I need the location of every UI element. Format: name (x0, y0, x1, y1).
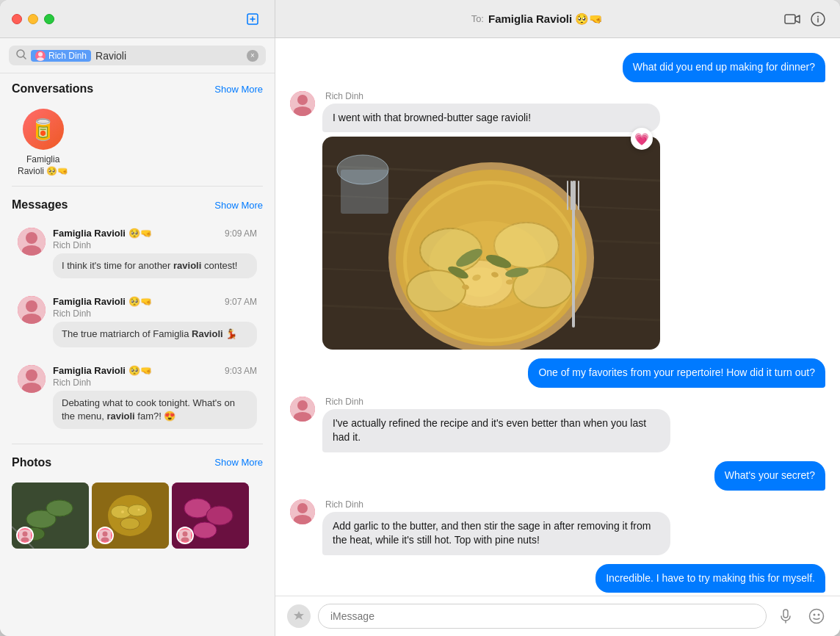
message-sender: Rich Dinh (53, 308, 257, 319)
photo-thumbnail[interactable] (92, 483, 169, 549)
audio-button[interactable] (774, 604, 797, 628)
chat-bubble: I went with that browned-butter sage rav… (322, 104, 660, 133)
chat-bubble-wrapper: Rich Dinh I've actually refined the reci… (322, 397, 670, 452)
chat-message-outgoing: Incredible. I have to try making this fo… (290, 564, 825, 593)
chat-bubble: What did you end up making for dinner? (623, 53, 825, 82)
compose-button[interactable] (242, 9, 263, 29)
message-group-name: Famiglia Ravioli 🥺🤜 (53, 296, 152, 307)
search-tag-avatar (35, 51, 46, 61)
chat-message-incoming: Rich Dinh I've actually refined the reci… (290, 397, 825, 452)
chat-avatar (290, 397, 315, 422)
message-item[interactable]: Famiglia Ravioli 🥺🤜 9:07 AM Rich Dinh Th… (6, 289, 269, 354)
svg-point-29 (128, 505, 147, 516)
search-tag-name: Rich Dinh (48, 51, 87, 61)
chat-message-outgoing: What did you end up making for dinner? (290, 53, 825, 82)
chat-message-outgoing: What's your secret? (290, 461, 825, 491)
minimize-button[interactable] (28, 14, 38, 24)
conversations-title: Conversations (12, 82, 93, 95)
chat-bubble-wrapper: What did you end up making for dinner? (623, 53, 825, 82)
message-item[interactable]: Famiglia Ravioli 🥺🤜 9:03 AM Rich Dinh De… (6, 358, 269, 436)
chat-bubble: Add garlic to the butter, and then stir … (322, 512, 670, 555)
chat-message-incoming: Rich Dinh Add garlic to the butter, and … (290, 499, 825, 555)
chat-avatar (290, 499, 315, 524)
messages-show-more[interactable]: Show More (214, 200, 263, 211)
search-bar-container: Rich Dinh Ravioli × (0, 38, 275, 73)
message-preview-bubble: I think it's time for another ravioli co… (53, 253, 257, 278)
search-icon (16, 49, 26, 62)
message-input[interactable] (318, 604, 767, 629)
app-store-button[interactable] (287, 604, 311, 628)
info-button[interactable] (811, 12, 825, 26)
photos-grid (0, 477, 275, 554)
message-header: Famiglia Ravioli 🥺🤜 9:07 AM (53, 296, 257, 307)
message-group-name: Famiglia Ravioli 🥺🤜 (53, 228, 152, 239)
recipient-name: Famiglia Ravioli 🥺🤜 (488, 12, 603, 26)
chat-image-container: 💗 (322, 137, 660, 350)
photo-thumbnail[interactable] (12, 483, 89, 549)
search-query-text: Ravioli (95, 50, 242, 62)
chat-bubble-wrapper: Rich Dinh I went with that browned-butte… (322, 91, 660, 350)
conversations-section: Conversations Show More 🥫 FamigliaRaviol… (0, 73, 275, 183)
svg-point-4 (38, 52, 43, 57)
message-content: Famiglia Ravioli 🥺🤜 9:09 AM Rich Dinh I … (53, 228, 257, 278)
messages-header: Messages Show More (12, 198, 263, 212)
svg-point-10 (26, 300, 37, 312)
chat-titlebar: To: Famiglia Ravioli 🥺🤜 (275, 0, 840, 37)
messages-list: Famiglia Ravioli 🥺🤜 9:09 AM Rich Dinh I … (0, 219, 275, 438)
message-header: Famiglia Ravioli 🥺🤜 9:09 AM (53, 228, 257, 239)
svg-point-30 (120, 518, 140, 530)
svg-point-23 (23, 531, 28, 536)
message-avatar (18, 228, 46, 256)
chat-avatar (290, 91, 315, 116)
sender-name: Rich Dinh (322, 499, 670, 510)
search-input-wrapper[interactable]: Rich Dinh Ravioli × (9, 46, 266, 65)
conversations-list: 🥫 FamigliaRavioli 🥺🤜 (12, 103, 263, 183)
close-button[interactable] (12, 14, 22, 24)
message-header: Famiglia Ravioli 🥺🤜 9:03 AM (53, 365, 257, 376)
divider-1 (12, 186, 263, 187)
sidebar-content: Conversations Show More 🥫 FamigliaRaviol… (0, 73, 275, 636)
photo-thumbnail[interactable] (172, 483, 249, 549)
photos-header: Photos Show More (12, 456, 263, 469)
svg-point-34 (103, 531, 108, 536)
photos-show-more[interactable]: Show More (214, 457, 263, 468)
photos-section: Photos Show More (0, 447, 275, 469)
photo-avatar-overlay (96, 527, 114, 544)
message-content: Famiglia Ravioli 🥺🤜 9:03 AM Rich Dinh De… (53, 365, 257, 429)
conversation-name: FamigliaRavioli 🥺🤜 (18, 154, 68, 177)
conversation-item-famiglia[interactable]: 🥫 FamigliaRavioli 🥺🤜 (12, 103, 74, 183)
svg-rect-82 (341, 170, 388, 214)
messages-title: Messages (12, 198, 68, 212)
conversations-header: Conversations Show More (12, 82, 263, 95)
sidebar: Rich Dinh Ravioli × Conversations Show M… (0, 38, 275, 636)
svg-rect-80 (578, 181, 579, 210)
message-item[interactable]: Famiglia Ravioli 🥺🤜 9:09 AM Rich Dinh I … (6, 220, 269, 286)
message-sender: Rich Dinh (53, 240, 257, 250)
titlebar-actions (784, 12, 825, 26)
divider-2 (12, 444, 263, 444)
search-clear-button[interactable]: × (247, 50, 258, 62)
chat-bubble: One of my favorites from your repertoire… (528, 358, 825, 388)
svg-point-43 (183, 531, 188, 536)
emoji-button[interactable] (805, 604, 828, 628)
svg-point-32 (138, 508, 140, 510)
chat-bubble: I've actually refined the recipe and it'… (322, 409, 670, 452)
chat-bubble-wrapper: Incredible. I have to try making this fo… (595, 564, 825, 593)
message-time: 9:07 AM (225, 297, 257, 307)
sender-name: Rich Dinh (322, 397, 670, 407)
message-preview-bubble: The true matriarch of Famiglia Ravioli 💃 (53, 322, 257, 347)
sidebar-titlebar (0, 0, 275, 37)
chat-bubble: Incredible. I have to try making this fo… (595, 564, 825, 593)
chat-message-outgoing: One of my favorites from your repertoire… (290, 358, 825, 388)
svg-point-41 (193, 522, 217, 538)
maximize-button[interactable] (44, 14, 54, 24)
chat-bubble-wrapper: One of my favorites from your repertoire… (528, 358, 825, 388)
svg-point-91 (810, 610, 824, 624)
chat-bubble: What's your secret? (714, 461, 825, 491)
conversations-show-more[interactable]: Show More (214, 84, 263, 95)
photo-avatar-overlay (176, 527, 194, 544)
message-sender: Rich Dinh (53, 377, 257, 388)
video-call-button[interactable] (784, 12, 800, 26)
traffic-lights (12, 14, 54, 24)
svg-rect-89 (783, 610, 788, 618)
